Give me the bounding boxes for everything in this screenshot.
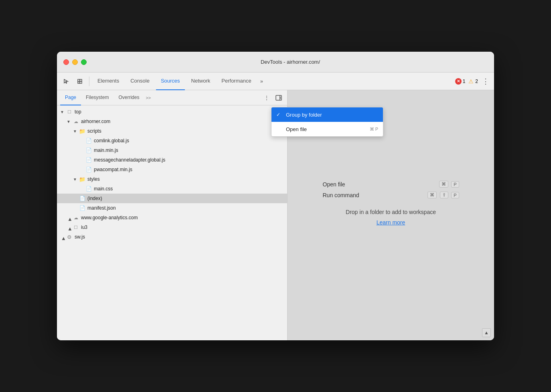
- gear-icon-sw-js: ⚙: [66, 233, 73, 240]
- tree-label-pwacompat: pwacompat.min.js: [94, 167, 287, 172]
- subtab-page[interactable]: Page: [60, 90, 81, 105]
- subtab-kebab-button[interactable]: ⋮: [261, 93, 272, 103]
- tree-item-styles[interactable]: ▼ 📁 styles: [57, 174, 287, 184]
- inspect-icon[interactable]: [74, 75, 86, 87]
- subtabs: Page Filesystem Overrides >> ⋮: [57, 90, 287, 105]
- tab-console[interactable]: Console: [126, 73, 154, 90]
- tree-label-google-analytics: www.google-analytics.com: [81, 215, 287, 220]
- shortcut-row-open-file: Open file ⌘ P: [323, 181, 459, 188]
- tree-label-manifest: manifest.json: [87, 205, 287, 211]
- tree-label-top: top: [75, 109, 287, 115]
- cursor-icon[interactable]: [60, 75, 72, 87]
- key-p-1: P: [451, 181, 459, 188]
- shortcut-keys-run-command: ⌘ ⇧ P: [427, 192, 459, 198]
- error-icon: ✕: [455, 78, 462, 85]
- tree-item-iu3[interactable]: ▶ ☐ iu3: [57, 222, 287, 232]
- tree-arrow-airhorner: ▼: [67, 119, 72, 124]
- warning-icon: ⚠: [468, 78, 474, 85]
- tree-item-top[interactable]: ▼ ☐ top: [57, 107, 287, 117]
- tree-label-iu3: iu3: [81, 224, 287, 230]
- shortcut-label-open-file: Open file: [323, 181, 421, 188]
- toolbar-divider: [89, 77, 89, 86]
- right-panel-content: Open file ⌘ P Run command ⌘ ⇧ P Drop in …: [323, 181, 459, 226]
- file-gray-icon-manifest: 📄: [79, 204, 86, 212]
- subtab-actions: ⋮: [261, 93, 284, 103]
- file-js-icon-main-min: 📄: [85, 147, 92, 154]
- folder-icon-scripts: 📁: [79, 127, 86, 135]
- maximize-button[interactable]: [81, 59, 87, 65]
- subtab-more-button[interactable]: >>: [144, 95, 152, 100]
- tree-item-messagechannel[interactable]: ▼ 📄 messagechanneladapter.global.js: [57, 155, 287, 165]
- sidebar-toggle-button[interactable]: [273, 93, 284, 103]
- traffic-lights: [63, 59, 87, 65]
- tree-label-main-css: main.css: [94, 186, 287, 192]
- shortcut-label-run-command: Run command: [323, 192, 421, 198]
- toolbar: Elements Console Sources Network Perform…: [57, 73, 494, 90]
- tree-item-manifest[interactable]: ▼ 📄 manifest.json: [57, 203, 287, 213]
- menu-check-group-by-folder: ✓: [276, 112, 283, 117]
- tab-sources[interactable]: Sources: [156, 73, 185, 90]
- warning-count: 2: [475, 79, 478, 84]
- file-js-icon-messagechannel: 📄: [85, 156, 92, 164]
- tree-item-main-min[interactable]: ▼ 📄 main.min.js: [57, 145, 287, 155]
- bottom-right-icon[interactable]: ▲: [482, 328, 491, 337]
- tree-label-styles: styles: [87, 176, 287, 182]
- tree-label-airhorner: airhorner.com: [81, 119, 287, 124]
- warning-badge: ⚠ 2: [468, 78, 478, 85]
- menu-item-open-file[interactable]: Open file ⌘ P: [271, 122, 383, 136]
- toolbar-menu-button[interactable]: ⋮: [480, 77, 491, 86]
- error-count: 1: [463, 79, 466, 84]
- toolbar-more-button[interactable]: »: [258, 78, 265, 84]
- box-icon-iu3: ☐: [72, 224, 79, 231]
- tree-item-airhorner[interactable]: ▼ ☁ airhorner.com: [57, 117, 287, 126]
- minimize-button[interactable]: [72, 59, 78, 65]
- tree-label-main-min: main.min.js: [94, 148, 287, 153]
- main-area: Page Filesystem Overrides >> ⋮: [57, 90, 494, 340]
- context-menu: ✓ Group by folder Open file ⌘ P: [271, 107, 383, 137]
- menu-label-group-by-folder: Group by folder: [286, 112, 378, 118]
- menu-label-open-file: Open file: [286, 126, 367, 132]
- devtools-window: DevTools - airhorner.com/ Elements Conso…: [57, 52, 494, 340]
- menu-shortcut-open-file: ⌘ P: [370, 127, 378, 132]
- tree-label-index: (index): [87, 196, 287, 201]
- learn-more-link[interactable]: Learn more: [377, 219, 405, 226]
- tree-item-scripts[interactable]: ▼ 📁 scripts: [57, 126, 287, 136]
- file-css-icon-main-css: 📄: [85, 185, 92, 192]
- cloud-icon-google-analytics: ☁: [72, 214, 79, 221]
- close-button[interactable]: [63, 59, 69, 65]
- tree-arrow-scripts: ▼: [73, 129, 79, 133]
- svg-rect-3: [80, 79, 82, 81]
- cloud-icon-airhorner: ☁: [72, 118, 79, 125]
- subtab-filesystem[interactable]: Filesystem: [81, 90, 113, 105]
- window-title: DevTools - airhorner.com/: [93, 59, 488, 65]
- tab-elements[interactable]: Elements: [93, 73, 124, 90]
- file-tree: ▼ ☐ top ▼ ☁ airhorner.com ▼ 📁 scripts: [57, 105, 287, 340]
- tree-arrow-top: ▼: [60, 110, 66, 114]
- tree-arrow-styles: ▼: [73, 177, 79, 182]
- tree-item-comlink[interactable]: ▼ 📄 comlink.global.js: [57, 136, 287, 145]
- key-p-2: P: [451, 192, 459, 198]
- subtab-overrides[interactable]: Overrides: [113, 90, 144, 105]
- toolbar-right: ✕ 1 ⚠ 2 ⋮: [455, 77, 491, 86]
- shortcut-row-run-command: Run command ⌘ ⇧ P: [323, 192, 459, 198]
- svg-rect-4: [276, 95, 282, 100]
- tab-network[interactable]: Network: [186, 73, 215, 90]
- shortcut-keys-open-file: ⌘ P: [427, 181, 459, 188]
- file-js-icon-pwacompat: 📄: [85, 166, 92, 173]
- tree-arrow-iu3: ▶: [67, 224, 72, 230]
- menu-item-group-by-folder[interactable]: ✓ Group by folder: [271, 107, 383, 122]
- tree-item-sw-js[interactable]: ▶ ⚙ sw.js: [57, 232, 287, 242]
- tree-item-index[interactable]: ▼ 📄 (index): [57, 194, 287, 203]
- tree-item-main-css[interactable]: ▼ 📄 main.css: [57, 184, 287, 194]
- tree-item-google-analytics[interactable]: ▶ ☁ www.google-analytics.com: [57, 213, 287, 222]
- drop-text: Drop in a folder to add to workspace: [346, 209, 436, 215]
- tree-label-comlink: comlink.global.js: [94, 138, 287, 143]
- tree-item-pwacompat[interactable]: ▼ 📄 pwacompat.min.js: [57, 165, 287, 174]
- titlebar: DevTools - airhorner.com/: [57, 52, 494, 73]
- tab-performance[interactable]: Performance: [217, 73, 256, 90]
- drop-section: Drop in a folder to add to workspace: [346, 209, 436, 215]
- box-icon: ☐: [66, 108, 73, 115]
- file-js-icon-comlink: 📄: [85, 137, 92, 144]
- tree-label-sw-js: sw.js: [75, 234, 287, 240]
- key-cmd-1: ⌘: [439, 181, 448, 188]
